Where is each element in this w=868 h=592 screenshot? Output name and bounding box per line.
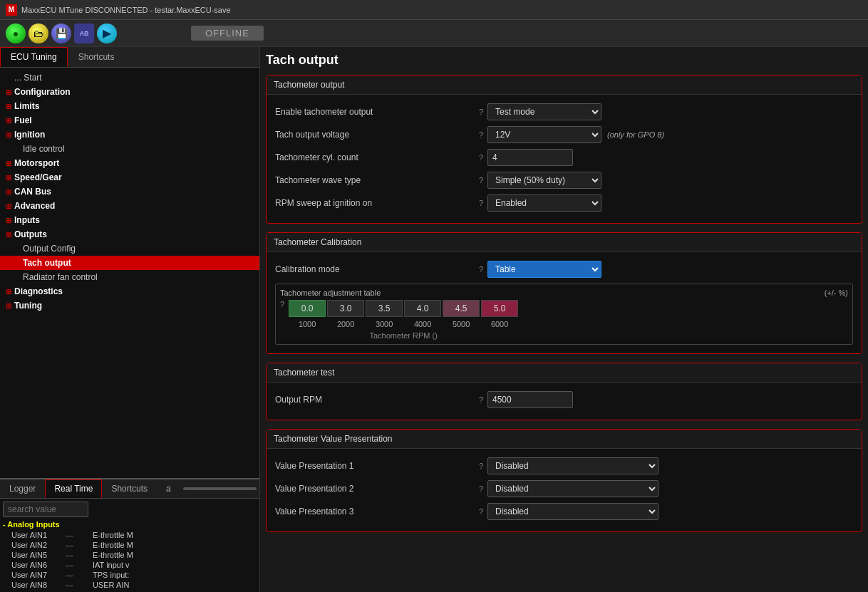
section-tachometer-test: Tachometer test Output RPM ?: [266, 363, 862, 420]
sidebar-item-tach-output[interactable]: Tach output: [0, 256, 259, 270]
list-item: User AIN8 --- USER AIN: [3, 580, 257, 590]
sidebar-item-can-bus[interactable]: ⊞CAN Bus: [0, 185, 259, 199]
sidebar-item-inputs[interactable]: ⊞Inputs: [0, 213, 259, 227]
select-enable-tach[interactable]: Disabled Enabled Test mode: [487, 103, 601, 120]
tab-a[interactable]: a: [157, 479, 180, 498]
select-vp1[interactable]: Disabled: [487, 457, 658, 474]
select-vp2[interactable]: Disabled: [487, 480, 658, 497]
sidebar-item-fuel[interactable]: ⊞Fuel: [0, 113, 259, 128]
help-vp2[interactable]: ?: [475, 484, 487, 493]
app-icon: M: [6, 4, 17, 16]
label-rpm-sweep: RPM sweep at ignition on: [275, 198, 475, 208]
section-tachometer-output: Tachometer output Enable tachometer outp…: [266, 75, 862, 224]
input-cyl-count[interactable]: [487, 149, 573, 166]
input-output-rpm[interactable]: [487, 391, 573, 408]
sidebar-item-limits[interactable]: ⊞Limits: [0, 99, 259, 113]
sidebar-item-advanced[interactable]: ⊞Advanced: [0, 199, 259, 213]
tab-shortcuts-bottom[interactable]: Shortcuts: [102, 479, 157, 498]
label-vp3: Value Presentation 3: [275, 507, 475, 516]
control-vp3: Disabled: [487, 503, 853, 520]
list-item: User AIN7 --- TPS input:: [3, 570, 257, 580]
label-wave-type: Tachometer wave type: [275, 175, 475, 185]
search-input[interactable]: [3, 502, 88, 517]
table-cell-5[interactable]: 5.0: [481, 300, 518, 317]
select-rpm-sweep[interactable]: Disabled Enabled: [487, 194, 601, 212]
expand-icon: ⊞: [6, 117, 11, 125]
sidebar-item-speed-gear[interactable]: ⊞Speed/Gear: [0, 170, 259, 185]
az-button[interactable]: AB: [74, 24, 94, 43]
section-body-calibration: Calibration mode ? Off Table Custom Tach…: [267, 255, 862, 353]
sidebar-item-diagnostics[interactable]: ⊞Diagnostics: [0, 284, 259, 298]
control-rpm-sweep: Disabled Enabled: [487, 194, 853, 212]
section-value-presentation: Tachometer Value Presentation Value Pres…: [266, 429, 862, 532]
save-button[interactable]: 💾: [51, 24, 71, 43]
green-button[interactable]: ●: [6, 24, 26, 43]
section-header-tachometer-output: Tachometer output: [267, 76, 862, 95]
help-output-rpm[interactable]: ?: [475, 395, 487, 404]
help-wave-type[interactable]: ?: [475, 176, 487, 185]
section-header-calibration: Tachometer Calibration: [267, 233, 862, 252]
main-layout: ECU Tuning Shortcuts ... Start ⊞Configur…: [0, 47, 868, 592]
help-vp1[interactable]: ?: [475, 462, 487, 470]
sidebar-item-idle-control[interactable]: Idle control: [0, 142, 259, 156]
help-calibration-mode[interactable]: ?: [475, 265, 487, 274]
offline-badge: OFFLINE: [191, 26, 264, 41]
table-cell-3[interactable]: 4.0: [404, 300, 441, 317]
sidebar-item-motorsport[interactable]: ⊞Motorsport: [0, 156, 259, 170]
control-vp1: Disabled: [487, 457, 853, 474]
form-row-wave-type: Tachometer wave type ? Simple (50% duty)…: [275, 172, 853, 189]
rpm-cell-4: 5000: [443, 320, 480, 328]
window-title: MaxxECU MTune DISCONNECTED - testar.Maxx…: [21, 6, 231, 14]
expand-icon: ⊞: [6, 302, 11, 310]
select-vp3[interactable]: Disabled: [487, 503, 658, 520]
tab-shortcuts[interactable]: Shortcuts: [68, 47, 125, 67]
sidebar-item-tuning[interactable]: ⊞Tuning: [0, 298, 259, 313]
help-rpm-sweep[interactable]: ?: [475, 199, 487, 207]
bottom-content: - Analog Inputs User AIN1 --- E-throttle…: [0, 499, 259, 592]
tab-ecu-tuning[interactable]: ECU Tuning: [0, 47, 68, 67]
table-cell-0[interactable]: 0.0: [289, 300, 326, 317]
table-cell-1[interactable]: 3.0: [327, 300, 364, 317]
tab-logger[interactable]: Logger: [0, 479, 45, 498]
form-row-vp2: Value Presentation 2 ? Disabled: [275, 480, 853, 497]
sidebar-item-start[interactable]: ... Start: [0, 71, 259, 85]
note-tach-voltage: (only for GPO 8): [607, 130, 664, 139]
tab-realtime[interactable]: Real Time: [45, 479, 102, 498]
sidebar-item-output-config[interactable]: Output Config: [0, 242, 259, 256]
table-help-icon[interactable]: ?: [280, 300, 284, 308]
section-body-value-presentation: Value Presentation 1 ? Disabled Value Pr…: [267, 452, 862, 531]
table-cell-2[interactable]: 3.5: [366, 300, 403, 317]
select-calibration-mode[interactable]: Off Table Custom: [487, 261, 601, 278]
play-button[interactable]: ▶: [97, 24, 117, 43]
select-wave-type[interactable]: Simple (50% duty) Complex: [487, 172, 601, 189]
sidebar-item-radiator-fan[interactable]: Radiator fan control: [0, 270, 259, 284]
select-tach-voltage[interactable]: 5V 12V: [487, 126, 601, 143]
page-title: Tach output: [266, 53, 862, 68]
form-row-output-rpm: Output RPM ?: [275, 391, 853, 408]
table-cell-4[interactable]: 4.5: [443, 300, 480, 317]
label-calibration-mode: Calibration mode: [275, 264, 475, 274]
form-row-rpm-sweep: RPM sweep at ignition on ? Disabled Enab…: [275, 194, 853, 212]
open-button[interactable]: 🗁: [29, 24, 48, 43]
label-cyl-count: Tachometer cyl. count: [275, 152, 475, 162]
label-vp1: Value Presentation 1: [275, 461, 475, 471]
expand-icon: ⊞: [6, 174, 11, 182]
bottom-tabs: Logger Real Time Shortcuts a: [0, 479, 259, 499]
help-cyl-count[interactable]: ?: [475, 153, 487, 162]
form-row-calibration-mode: Calibration mode ? Off Table Custom: [275, 261, 853, 278]
control-calibration-mode: Off Table Custom: [487, 261, 853, 278]
control-enable-tach: Disabled Enabled Test mode: [487, 103, 853, 120]
help-enable-tach[interactable]: ?: [475, 108, 487, 116]
label-vp2: Value Presentation 2: [275, 484, 475, 494]
control-output-rpm: [487, 391, 853, 408]
sidebar-tabs: ECU Tuning Shortcuts: [0, 47, 259, 68]
expand-icon: ⊞: [6, 131, 11, 139]
rpm-cell-0: 1000: [289, 320, 326, 328]
list-item: User AIN2 --- E-throttle M: [3, 540, 257, 550]
help-tach-voltage[interactable]: ?: [475, 130, 487, 139]
control-wave-type: Simple (50% duty) Complex: [487, 172, 853, 189]
sidebar-item-outputs[interactable]: ⊞Outputs: [0, 227, 259, 242]
sidebar-item-configuration[interactable]: ⊞Configuration: [0, 85, 259, 99]
sidebar-item-ignition[interactable]: ⊞Ignition: [0, 128, 259, 142]
help-vp3[interactable]: ?: [475, 507, 487, 516]
